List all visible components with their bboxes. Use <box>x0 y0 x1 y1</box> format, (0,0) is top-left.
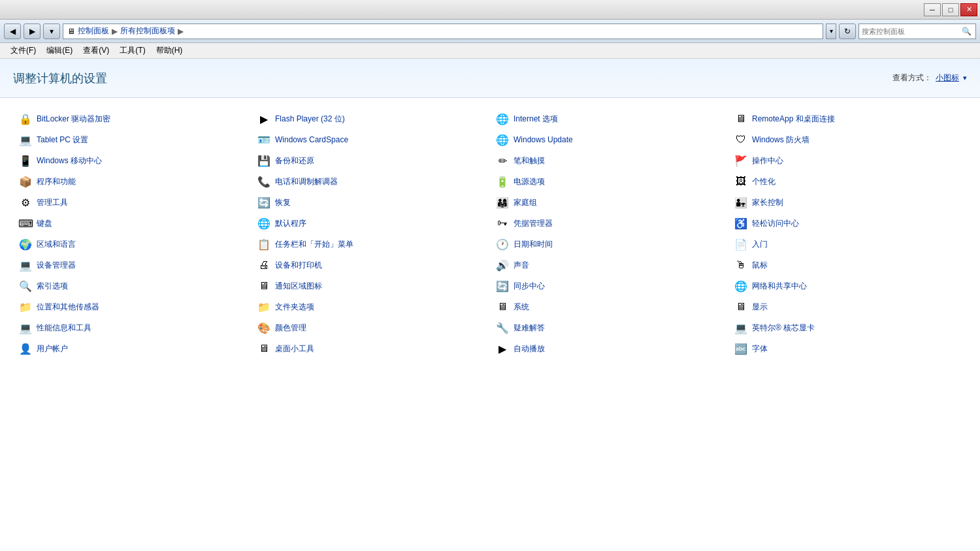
control-item[interactable]: 🔄恢复 <box>252 192 490 213</box>
refresh-button[interactable]: ↻ <box>839 24 856 39</box>
breadcrumb-all-items[interactable]: 所有控制面板项 <box>120 25 175 37</box>
item-icon: 📱 <box>18 153 33 168</box>
control-item[interactable]: 📦程序和功能 <box>13 171 252 192</box>
control-item[interactable]: 🔧疑难解答 <box>490 317 728 338</box>
breadcrumb-bar: 🖥 控制面板 ▶ 所有控制面板项 ▶ <box>63 24 823 39</box>
view-mode-value[interactable]: 小图标 <box>936 72 959 84</box>
close-button[interactable]: ✕ <box>960 3 977 16</box>
control-item[interactable]: ▶Flash Player (32 位) <box>252 108 490 129</box>
control-item[interactable]: 👤用户帐户 <box>13 338 252 359</box>
menu-bar: 文件(F) 编辑(E) 查看(V) 工具(T) 帮助(H) <box>0 43 980 59</box>
control-item[interactable]: 🔊声音 <box>490 255 728 276</box>
control-item[interactable]: ▶自动播放 <box>490 338 728 359</box>
menu-tools[interactable]: 工具(T) <box>114 44 150 57</box>
control-item[interactable]: 🗝凭据管理器 <box>490 213 728 234</box>
control-item[interactable]: 📁文件夹选项 <box>252 296 490 317</box>
item-label: Windows 防火墙 <box>752 134 809 146</box>
item-label: 轻松访问中心 <box>752 218 799 229</box>
item-icon: 🗝 <box>495 216 510 230</box>
control-item[interactable]: 🖱鼠标 <box>728 255 967 276</box>
control-item[interactable]: 🖥桌面小工具 <box>252 338 490 359</box>
control-item[interactable]: 📁位置和其他传感器 <box>13 296 252 317</box>
control-item[interactable]: 🪪Windows CardSpace <box>252 129 490 150</box>
item-icon: 🔧 <box>495 321 510 335</box>
control-item[interactable]: 👨‍👧家长控制 <box>728 192 967 213</box>
control-item[interactable]: 🚩操作中心 <box>728 150 967 171</box>
maximize-button[interactable]: □ <box>942 3 959 16</box>
control-item[interactable]: 🖼个性化 <box>728 171 967 192</box>
control-item[interactable]: 🖨设备和打印机 <box>252 255 490 276</box>
control-item[interactable]: 🌐默认程序 <box>252 213 490 234</box>
minimize-button[interactable]: ─ <box>924 3 941 16</box>
control-item[interactable]: ✏笔和触摸 <box>490 150 728 171</box>
item-icon: 🕐 <box>495 237 510 251</box>
menu-file[interactable]: 文件(F) <box>5 44 41 57</box>
breadcrumb-control-panel[interactable]: 控制面板 <box>78 25 109 37</box>
item-label: 入门 <box>752 239 768 250</box>
control-item[interactable]: 💻性能信息和工具 <box>13 317 252 338</box>
item-label: 系统 <box>514 302 529 313</box>
control-item[interactable]: 📋任务栏和「开始」菜单 <box>252 234 490 255</box>
item-icon: 🔄 <box>495 279 510 293</box>
menu-help[interactable]: 帮助(H) <box>151 44 188 57</box>
control-item[interactable]: 📞电话和调制解调器 <box>252 171 490 192</box>
control-item[interactable]: 💻Tablet PC 设置 <box>13 129 252 150</box>
control-item[interactable]: 🎨颜色管理 <box>252 317 490 338</box>
breadcrumb-sep-2: ▶ <box>178 27 184 36</box>
item-label: Windows 移动中心 <box>37 155 102 166</box>
back-button[interactable]: ◀ <box>4 24 21 39</box>
address-dropdown-button[interactable]: ▾ <box>826 24 836 39</box>
control-item[interactable]: 🔍索引选项 <box>13 276 252 296</box>
item-label: 任务栏和「开始」菜单 <box>275 239 353 250</box>
search-input[interactable] <box>862 27 960 35</box>
search-icon[interactable]: 🔍 <box>960 25 973 38</box>
control-item[interactable]: 💾备份和还原 <box>252 150 490 171</box>
control-item[interactable]: 🌐Windows Update <box>490 129 728 150</box>
item-label: 用户帐户 <box>37 343 68 354</box>
control-item[interactable]: 🕐日期和时间 <box>490 234 728 255</box>
control-item[interactable]: 🖥RemoteApp 和桌面连接 <box>728 108 967 129</box>
control-item[interactable]: 🛡Windows 防火墙 <box>728 129 967 150</box>
control-item[interactable]: ♿轻松访问中心 <box>728 213 967 234</box>
item-label: 家庭组 <box>514 197 537 208</box>
item-label: Flash Player (32 位) <box>275 114 345 125</box>
control-item[interactable]: ⌨键盘 <box>13 213 252 234</box>
breadcrumb-icon: 🖥 <box>67 27 75 36</box>
control-item[interactable]: 📱Windows 移动中心 <box>13 150 252 171</box>
item-label: 管理工具 <box>37 197 68 208</box>
control-item[interactable]: 💻英特尔® 核芯显卡 <box>728 317 967 338</box>
control-item[interactable]: 🔒BitLocker 驱动器加密 <box>13 108 252 129</box>
menu-edit[interactable]: 编辑(E) <box>41 44 78 57</box>
control-item[interactable]: 🌐Internet 选项 <box>490 108 728 129</box>
control-item[interactable]: 🖥系统 <box>490 296 728 317</box>
control-item[interactable]: ⚙管理工具 <box>13 192 252 213</box>
item-label: 鼠标 <box>752 260 768 271</box>
control-item[interactable]: 👨‍👩‍👧家庭组 <box>490 192 728 213</box>
control-item[interactable]: 💻设备管理器 <box>13 255 252 276</box>
item-icon: ▶ <box>257 112 271 126</box>
item-icon: 🌐 <box>257 216 271 230</box>
forward-button[interactable]: ▶ <box>24 24 41 39</box>
item-icon: 🔤 <box>734 341 748 356</box>
item-icon: ⌨ <box>18 216 33 230</box>
breadcrumb-sep-1: ▶ <box>112 27 118 36</box>
control-item[interactable]: 🔄同步中心 <box>490 276 728 296</box>
item-icon: 🔍 <box>18 279 33 293</box>
item-icon: 💻 <box>734 321 748 335</box>
item-icon: 👨‍👩‍👧 <box>495 195 510 210</box>
dropdown-nav-button[interactable]: ▾ <box>43 24 60 39</box>
item-label: 默认程序 <box>275 218 306 229</box>
item-icon: 🌐 <box>734 279 748 293</box>
item-icon: 🌐 <box>495 133 510 147</box>
view-mode-dropdown-icon[interactable]: ▾ <box>963 74 967 82</box>
control-item[interactable]: 🌐网络和共享中心 <box>728 276 967 296</box>
control-item[interactable]: 🖥通知区域图标 <box>252 276 490 296</box>
control-item[interactable]: 🔋电源选项 <box>490 171 728 192</box>
items-grid: 🔒BitLocker 驱动器加密▶Flash Player (32 位)🌐Int… <box>13 108 967 359</box>
menu-view[interactable]: 查看(V) <box>78 44 114 57</box>
control-item[interactable]: 🌍区域和语言 <box>13 234 252 255</box>
control-item[interactable]: 🖥显示 <box>728 296 967 317</box>
control-item[interactable]: 📄入门 <box>728 234 967 255</box>
item-icon: 📄 <box>734 237 748 251</box>
control-item[interactable]: 🔤字体 <box>728 338 967 359</box>
